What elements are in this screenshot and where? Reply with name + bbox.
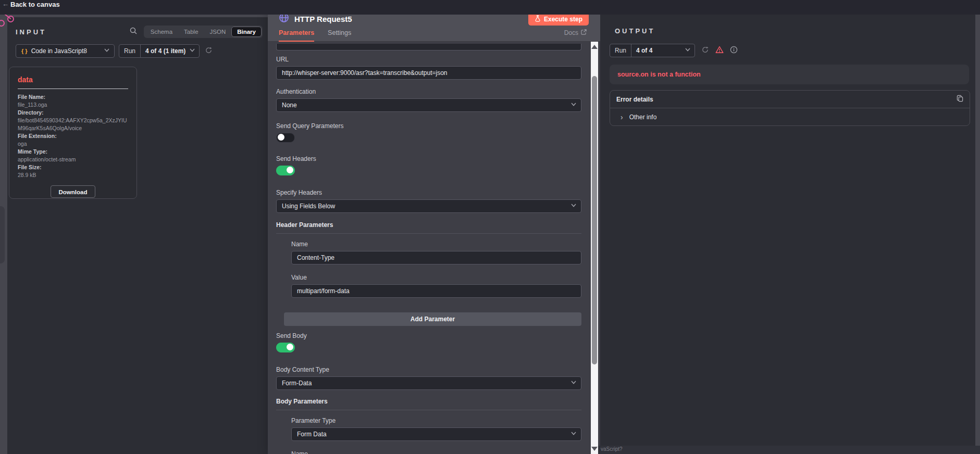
back-arrow-icon: ←	[2, 0, 9, 8]
authentication-label: Authentication	[276, 88, 581, 95]
tab-settings[interactable]: Settings	[328, 29, 351, 42]
file-extension-label: File Extension:	[18, 132, 128, 140]
scrollbar-thumb[interactable]	[592, 76, 597, 364]
tab-binary[interactable]: Binary	[231, 27, 262, 37]
authentication-select[interactable]: None	[276, 98, 581, 112]
info-circle-icon[interactable]	[730, 46, 738, 56]
tab-table[interactable]: Table	[178, 27, 204, 37]
error-details-box: Error details › Other info	[610, 90, 970, 126]
specify-headers-select[interactable]: Using Fields Below	[276, 199, 581, 213]
header-value-label: Value	[291, 274, 581, 281]
run-label: Run	[610, 44, 631, 57]
run-label: Run	[119, 45, 140, 57]
clipped-field-above	[276, 44, 581, 51]
copy-icon[interactable]	[957, 95, 963, 104]
other-info-label: Other info	[629, 114, 657, 121]
search-icon[interactable]	[129, 27, 138, 37]
output-panel-title: OUTPUT	[615, 27, 655, 35]
parameters-form: URL http://whisper-server:9000/asr?task=…	[276, 42, 581, 454]
file-name-value: file_113.oga	[18, 101, 128, 109]
run-value: 4 of 4 (1 item)	[141, 45, 199, 57]
scroll-up-arrow[interactable]	[591, 45, 598, 49]
node-settings-panel: HTTP Request5 Execute step Parameters Se…	[268, 7, 600, 454]
url-label: URL	[276, 56, 581, 63]
chevron-down-icon	[104, 48, 109, 52]
error-message: source.on is not a function	[617, 71, 701, 78]
scroll-down-arrow[interactable]	[591, 447, 598, 451]
top-bar: ← Back to canvas	[0, 0, 980, 15]
url-input[interactable]: http://whisper-server:9000/asr?task=tran…	[276, 66, 581, 80]
send-query-label: Send Query Parameters	[276, 122, 581, 130]
body-content-type-select[interactable]: Form-Data	[276, 376, 581, 390]
header-value-input[interactable]: multipart/form-data	[291, 284, 581, 298]
output-run-selector[interactable]: Run 4 of 4	[610, 44, 695, 57]
mime-type-value: application/octet-stream	[18, 156, 128, 163]
chevron-down-icon	[571, 103, 576, 106]
output-panel: OUTPUT Run 4 of 4	[600, 7, 975, 446]
error-message-box: source.on is not a function	[610, 65, 969, 84]
external-link-icon	[581, 29, 587, 36]
tab-schema[interactable]: Schema	[145, 27, 178, 37]
header-parameters-section: Header Parameters	[276, 221, 581, 234]
body-parameters-section: Body Parameters	[276, 398, 581, 410]
send-headers-label: Send Headers	[276, 155, 581, 162]
chevron-right-icon: ›	[621, 113, 623, 121]
send-headers-toggle[interactable]	[276, 166, 295, 175]
refresh-icon[interactable]	[701, 46, 709, 56]
flask-icon	[535, 15, 541, 23]
other-info-row[interactable]: › Other info	[610, 108, 970, 125]
body-name-label: Name	[291, 450, 581, 454]
specify-headers-label: Specify Headers	[276, 189, 581, 196]
binary-key: data	[18, 75, 128, 89]
file-name-label: File Name:	[18, 93, 128, 101]
chevron-down-icon	[190, 48, 195, 52]
code-node-icon: { }	[21, 45, 28, 57]
input-source-select[interactable]: { } Code in JavaScript8	[16, 44, 115, 58]
tab-json[interactable]: JSON	[204, 27, 232, 37]
body-content-type-label: Body Content Type	[276, 366, 581, 373]
ndv-modal: ← Back to canvas INPUT Schema Table JSON…	[0, 0, 980, 454]
add-parameter-button[interactable]: Add Parameter	[284, 312, 581, 326]
directory-value: file/bot8454590342:AAFXY2cpw5a_2XzJYIUM9…	[18, 117, 128, 132]
file-extension-value: oga	[18, 140, 128, 148]
chevron-down-icon	[571, 432, 576, 435]
directory-label: Directory:	[18, 109, 128, 117]
mime-type-label: Mime Type:	[18, 148, 128, 156]
error-details-title: Error details	[616, 96, 653, 103]
warning-triangle-icon	[715, 46, 724, 56]
chevron-down-icon	[571, 204, 576, 207]
refresh-icon[interactable]	[205, 46, 213, 56]
input-run-selector[interactable]: Run 4 of 4 (1 item)	[119, 44, 200, 58]
run-value: 4 of 4	[631, 44, 694, 57]
tab-parameters[interactable]: Parameters	[279, 29, 314, 42]
send-body-label: Send Body	[276, 332, 581, 339]
input-display-tabs: Schema Table JSON Binary	[144, 26, 263, 38]
binary-data-card: data File Name: file_113.oga Directory: …	[9, 67, 137, 199]
back-to-canvas-link[interactable]: Back to canvas	[10, 1, 60, 8]
chevron-down-icon	[571, 381, 576, 384]
clipped-footer-text: vaScript?	[601, 446, 623, 452]
download-button[interactable]: Download	[51, 185, 95, 198]
header-name-label: Name	[291, 241, 581, 248]
send-body-toggle[interactable]	[276, 343, 295, 352]
input-panel-title: INPUT	[16, 28, 46, 36]
chevron-down-icon	[685, 48, 690, 52]
clipped-bottom-strip: vaScript?	[598, 446, 980, 454]
send-query-toggle[interactable]	[276, 133, 295, 143]
collapsed-panel-handle[interactable]	[0, 206, 5, 263]
vertical-scrollbar[interactable]	[591, 42, 598, 454]
node-title: HTTP Request5	[294, 15, 352, 23]
docs-link[interactable]: Docs	[564, 29, 587, 36]
parameter-type-label: Parameter Type	[291, 417, 581, 424]
input-panel: INPUT Schema Table JSON Binary { } Code …	[7, 17, 268, 454]
header-name-input[interactable]: Content-Type	[291, 251, 581, 264]
parameter-type-select[interactable]: Form Data	[291, 427, 581, 441]
file-size-value: 28.9 kB	[18, 171, 128, 179]
file-size-label: File Size:	[18, 163, 128, 171]
